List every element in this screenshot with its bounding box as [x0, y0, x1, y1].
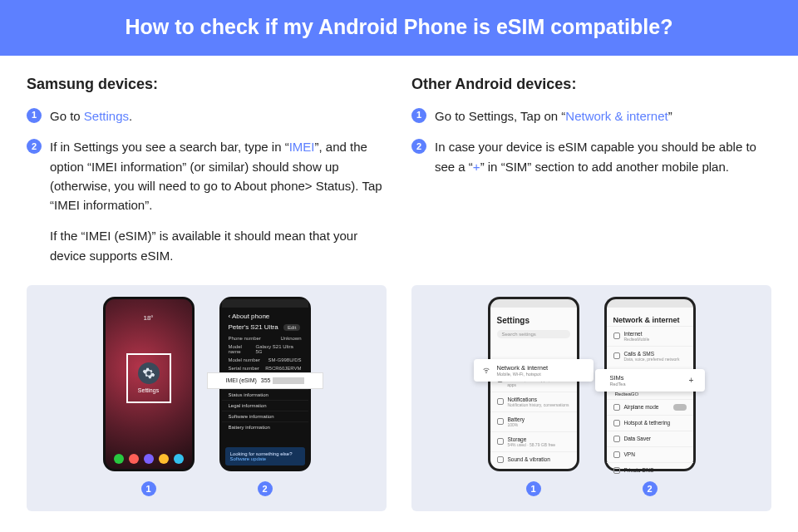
settings-items: AppsAssistant, recent apps, default apps…: [490, 367, 577, 467]
dock: [106, 454, 192, 464]
caption-badge-1: 1: [141, 481, 156, 496]
cta-line2: Software update: [230, 456, 300, 461]
kv-row: Serial numberR5CR60JERVM: [222, 364, 308, 372]
dock-icon: [114, 454, 124, 464]
step-number-1: 1: [411, 108, 426, 123]
imei-link[interactable]: IMEI: [289, 140, 315, 154]
settings-title: Settings: [490, 308, 577, 327]
popup-title: Network & internet: [497, 364, 549, 372]
other-gallery: Settings Search settings Network & inter…: [411, 285, 771, 511]
wifi-icon: [482, 366, 490, 374]
item-icon: [497, 438, 504, 445]
network-item: Hotspot & tethering: [607, 415, 693, 431]
sims-label: SIMs: [610, 374, 680, 382]
samsung-step-1: 1 Go to Settings.: [27, 106, 387, 126]
text: ” in “SIM” section to add another mobile…: [480, 160, 729, 174]
text: If the “IMEI (eSIM)” is available it sho…: [50, 226, 387, 265]
plus-link[interactable]: +: [473, 160, 480, 174]
looking-for-card: Looking for something else? Software upd…: [225, 447, 305, 466]
instructions-columns: Samsung devices: 1 Go to Settings. 2 If …: [0, 56, 798, 285]
sims-popup: SIMs RedTea +: [595, 369, 705, 392]
network-internet-link[interactable]: Network & internet: [565, 109, 667, 123]
imei-esim-callout: IMEI (eSIM) 355: [207, 372, 323, 389]
network-items-top: InternetRedteaMobileCalls & SMSData, voi…: [607, 326, 693, 366]
other-heading: Other Android devices:: [411, 76, 771, 93]
phone-mock-samsung-home: 18° Settings: [103, 297, 195, 471]
text: If in Settings you see a search bar, typ…: [50, 140, 289, 154]
step-number-2: 2: [411, 139, 426, 154]
page-title-banner: How to check if my Android Phone is eSIM…: [0, 0, 798, 56]
cta-line1: Looking for something else?: [230, 451, 300, 456]
text: ”: [668, 109, 672, 123]
device-info-list: Phone numberUnknownModel nameGalaxy S21 …: [222, 334, 308, 372]
other-shot-1: Settings Search settings Network & inter…: [488, 297, 579, 496]
settings-link[interactable]: Settings: [84, 109, 129, 123]
caption-badge-2: 2: [643, 481, 658, 496]
toggle-icon: [673, 404, 687, 411]
item-icon: [613, 404, 620, 411]
text: Go to Settings, Tap on “: [435, 109, 565, 123]
phone-mock-about-phone: ‹ About phone Peter's S21 Ultra Edit Pho…: [219, 297, 311, 471]
text: Go to: [50, 109, 84, 123]
about-section: Battery information: [222, 421, 308, 432]
item-icon: [613, 436, 620, 442]
other-column: Other Android devices: 1 Go to Settings,…: [411, 76, 771, 277]
kv-row: Model nameGalaxy S21 Ultra 5G: [222, 342, 308, 356]
item-icon: [613, 332, 620, 339]
dock-icon: [174, 454, 184, 464]
dock-icon: [144, 454, 154, 464]
item-icon: [497, 398, 504, 405]
device-name-text: Peter's S21 Ultra: [229, 323, 278, 331]
kv-row: Model numberSM-G998U/DS: [222, 356, 308, 364]
samsung-step-2: 2 If in Settings you see a search bar, t…: [27, 137, 387, 265]
settings-app-highlight: Settings: [126, 353, 171, 403]
page-title: How to check if my Android Phone is eSIM…: [126, 15, 673, 38]
status-bar: [490, 299, 577, 308]
network-item: Data Saver: [607, 431, 693, 446]
text: .: [129, 109, 132, 123]
caption-badge-1: 1: [526, 481, 541, 496]
settings-label: Settings: [138, 387, 159, 393]
step-body: Go to Settings.: [50, 106, 387, 126]
settings-item: Storage54% used · 58.79 GB free: [490, 431, 577, 451]
step-body: In case your device is eSIM capable you …: [435, 137, 771, 176]
step-body: Go to Settings, Tap on “Network & intern…: [435, 106, 771, 126]
caption-badge-2: 2: [258, 481, 273, 496]
about-section: Legal information: [222, 400, 308, 411]
other-step-2: 2 In case your device is eSIM capable yo…: [411, 137, 771, 176]
step-number-2: 2: [27, 139, 42, 154]
popup-sub: Mobile, Wi-Fi, hotspot: [497, 372, 549, 377]
item-icon: [613, 352, 620, 359]
network-item: Private DNS: [607, 462, 693, 478]
samsung-gallery: 18° Settings 1 ‹: [27, 285, 387, 511]
samsung-heading: Samsung devices:: [27, 76, 387, 93]
status-bar: [607, 299, 693, 308]
other-shot-2: Network & internet InternetRedteaMobileC…: [604, 297, 696, 496]
about-sections: Status informationLegal informationSoftw…: [222, 389, 308, 432]
device-name: Peter's S21 Ultra Edit: [222, 322, 308, 334]
network-items-bottom: Airplane modeHotspot & tetheringData Sav…: [607, 399, 693, 478]
about-section: Status information: [222, 389, 308, 400]
samsung-shot-1: 18° Settings 1: [103, 297, 195, 496]
settings-item: Sound & vibration: [490, 451, 577, 467]
kv-row: Phone numberUnknown: [222, 334, 308, 342]
network-item: InternetRedteaMobile: [607, 326, 693, 346]
item-icon: [613, 420, 620, 426]
phone-mock-network: Network & internet InternetRedteaMobileC…: [604, 297, 696, 471]
imei-label: IMEI (eSIM): [226, 377, 257, 383]
network-item: Calls & SMSData, voice, preferred networ…: [607, 346, 693, 366]
galleries: 18° Settings 1 ‹: [0, 285, 798, 511]
samsung-shot-2: ‹ About phone Peter's S21 Ultra Edit Pho…: [219, 297, 311, 496]
network-item: VPN: [607, 446, 693, 462]
step-number-1: 1: [27, 108, 42, 123]
weather-widget: 18°: [106, 314, 192, 322]
step-body: If in Settings you see a search bar, typ…: [50, 137, 387, 265]
status-bar: [222, 299, 308, 308]
dock-icon: [159, 454, 169, 464]
other-step-1: 1 Go to Settings, Tap on “Network & inte…: [411, 106, 771, 126]
item-icon: [613, 451, 620, 458]
edit-pill: Edit: [283, 324, 300, 331]
settings-item: NotificationsNotification history, conve…: [490, 392, 577, 411]
dock-icon: [129, 454, 139, 464]
imei-redacted: [273, 377, 304, 384]
